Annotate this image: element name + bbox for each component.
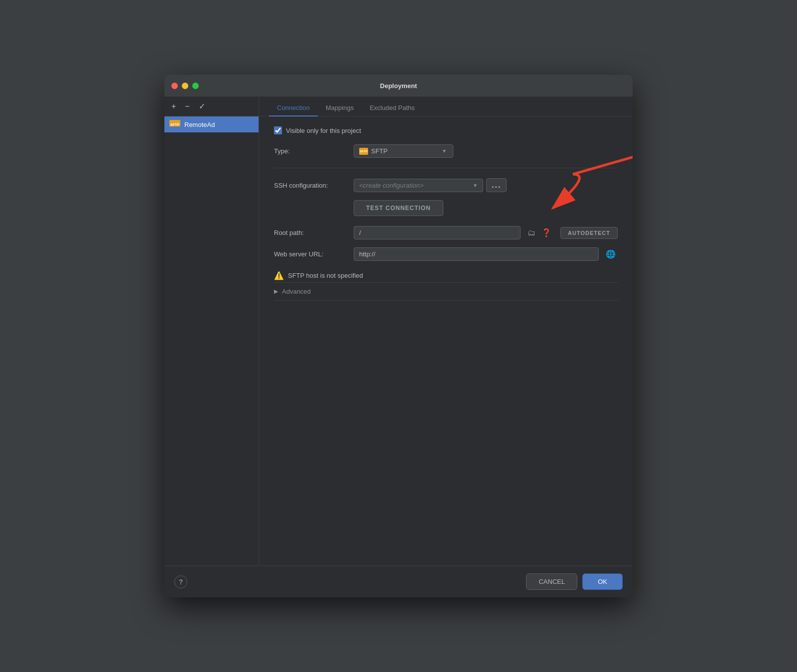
folder-icon: 🗂 bbox=[528, 228, 535, 237]
ssh-dropdown-arrow-icon: ▼ bbox=[473, 183, 478, 188]
tabs-bar: Connection Mappings Excluded Paths bbox=[259, 97, 633, 116]
minimize-button[interactable] bbox=[182, 83, 188, 89]
window-title: Deployment bbox=[380, 82, 417, 90]
help-button[interactable]: ? bbox=[174, 575, 187, 588]
bottom-bar: ? CANCEL OK bbox=[164, 565, 633, 597]
tab-excluded-paths[interactable]: Excluded Paths bbox=[362, 100, 422, 116]
web-url-row: Web server URL: 🌐 bbox=[274, 247, 618, 261]
sidebar-toolbar: + − ✓ bbox=[164, 97, 259, 116]
ok-button[interactable]: OK bbox=[582, 573, 623, 590]
autodetect-button[interactable]: AUTODETECT bbox=[560, 227, 618, 239]
type-dropdown-arrow[interactable]: ▼ bbox=[441, 148, 448, 154]
content-area: + − ✓ SFTP RemoteAd Connection Mappings … bbox=[164, 97, 633, 565]
type-selected-value: SFTP bbox=[371, 147, 438, 155]
browse-folder-button[interactable]: 🗂 bbox=[526, 227, 537, 238]
type-label: Type: bbox=[274, 147, 354, 155]
main-content: Connection Mappings Excluded Paths Visib… bbox=[259, 97, 633, 565]
bottom-actions: CANCEL OK bbox=[526, 573, 623, 590]
cancel-button[interactable]: CANCEL bbox=[526, 573, 577, 590]
web-url-label: Web server URL: bbox=[274, 250, 354, 258]
form-area: Visible only for this project Type: SFTP… bbox=[259, 116, 633, 565]
ssh-select-wrapper[interactable]: <create configuration> ▼ bbox=[354, 179, 483, 192]
warning-text: SFTP host is not specified bbox=[288, 272, 363, 279]
test-connection-row: TEST CONNECTION bbox=[274, 200, 618, 216]
sftp-icon: SFTP bbox=[169, 120, 180, 129]
ssh-row: SSH configuration: <create configuration… bbox=[274, 178, 618, 192]
ssh-selected-value: <create configuration> bbox=[359, 182, 470, 189]
test-connection-button[interactable]: TEST CONNECTION bbox=[354, 200, 443, 216]
add-server-button[interactable]: + bbox=[169, 101, 178, 112]
web-url-control: 🌐 bbox=[354, 247, 618, 261]
root-path-control: 🗂 ❓ AUTODETECT bbox=[354, 226, 618, 239]
type-select-wrapper[interactable]: SFTP SFTP ▼ bbox=[354, 144, 453, 158]
help-path-button[interactable]: ❓ bbox=[539, 227, 553, 238]
sidebar-item-remotead[interactable]: SFTP RemoteAd bbox=[164, 116, 259, 132]
advanced-label: Advanced bbox=[282, 288, 311, 295]
apply-button[interactable]: ✓ bbox=[197, 101, 207, 112]
root-path-row: Root path: 🗂 ❓ AUTODETECT bbox=[274, 226, 618, 239]
sftp-small-icon: SFTP bbox=[359, 148, 368, 155]
warning-row: ⚠️ SFTP host is not specified bbox=[274, 269, 618, 282]
server-name-label: RemoteAd bbox=[184, 121, 215, 128]
sidebar: + − ✓ SFTP RemoteAd bbox=[164, 97, 259, 565]
visible-checkbox-row: Visible only for this project bbox=[274, 126, 618, 134]
maximize-button[interactable] bbox=[192, 83, 199, 89]
visible-checkbox[interactable] bbox=[274, 126, 282, 134]
root-path-actions: 🗂 ❓ bbox=[526, 227, 553, 238]
separator-1 bbox=[274, 168, 618, 168]
globe-icon: 🌐 bbox=[606, 250, 616, 258]
web-url-input[interactable] bbox=[354, 247, 599, 261]
open-browser-button[interactable]: 🌐 bbox=[604, 248, 618, 260]
close-button[interactable] bbox=[171, 83, 178, 89]
deployment-dialog: Deployment + − ✓ SFTP RemoteAd Connectio… bbox=[164, 75, 633, 597]
type-row: Type: SFTP SFTP ▼ bbox=[274, 144, 618, 158]
ssh-label: SSH configuration: bbox=[274, 182, 354, 189]
type-control: SFTP SFTP ▼ bbox=[354, 144, 618, 158]
question-icon: ❓ bbox=[541, 228, 551, 237]
tab-connection[interactable]: Connection bbox=[269, 100, 318, 116]
ssh-more-options-button[interactable]: ... bbox=[486, 178, 507, 192]
advanced-section[interactable]: ▶ Advanced bbox=[274, 282, 618, 301]
root-path-label: Root path: bbox=[274, 229, 354, 236]
remove-server-button[interactable]: − bbox=[183, 101, 191, 112]
titlebar: Deployment bbox=[164, 75, 633, 97]
advanced-arrow-icon: ▶ bbox=[274, 288, 278, 295]
warning-icon: ⚠️ bbox=[274, 271, 284, 280]
root-path-input[interactable] bbox=[354, 226, 521, 239]
tab-mappings[interactable]: Mappings bbox=[318, 100, 362, 116]
ssh-control: <create configuration> ▼ ... bbox=[354, 178, 618, 192]
visible-checkbox-label: Visible only for this project bbox=[286, 127, 361, 134]
